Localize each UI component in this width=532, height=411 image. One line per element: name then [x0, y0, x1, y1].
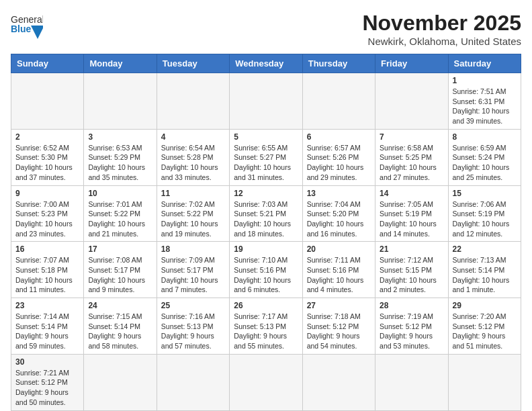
day-info: Sunrise: 7:00 AMSunset: 5:23 PMDaylight:…	[15, 199, 79, 239]
day-info: Sunrise: 7:02 AMSunset: 5:22 PMDaylight:…	[161, 199, 225, 239]
table-row: 4Sunrise: 6:54 AMSunset: 5:28 PMDaylight…	[157, 129, 229, 185]
day-number: 16	[15, 244, 79, 254]
table-row: 16Sunrise: 7:07 AMSunset: 5:18 PMDayligh…	[11, 242, 84, 298]
table-row: 26Sunrise: 7:17 AMSunset: 5:13 PMDayligh…	[230, 298, 302, 355]
day-info: Sunrise: 6:59 AMSunset: 5:24 PMDaylight:…	[453, 143, 517, 183]
day-info: Sunrise: 7:18 AMSunset: 5:12 PMDaylight:…	[307, 312, 371, 351]
day-info: Sunrise: 7:01 AMSunset: 5:22 PMDaylight:…	[88, 199, 152, 239]
day-number: 27	[307, 301, 371, 310]
page-header: General Blue November 2025 Newkirk, Okla…	[11, 11, 521, 47]
day-info: Sunrise: 7:04 AMSunset: 5:20 PMDaylight:…	[307, 199, 371, 239]
table-row	[157, 354, 229, 410]
table-row	[302, 354, 375, 410]
day-info: Sunrise: 6:55 AMSunset: 5:27 PMDaylight:…	[234, 143, 298, 183]
day-number: 10	[88, 189, 152, 198]
day-info: Sunrise: 7:19 AMSunset: 5:12 PMDaylight:…	[380, 312, 443, 351]
table-row: 14Sunrise: 7:05 AMSunset: 5:19 PMDayligh…	[375, 185, 448, 242]
col-wednesday: Wednesday	[230, 54, 302, 73]
day-info: Sunrise: 7:12 AMSunset: 5:15 PMDaylight:…	[380, 255, 443, 295]
table-row	[448, 354, 521, 410]
svg-text:Blue: Blue	[11, 24, 32, 34]
calendar-title: November 2025	[362, 11, 521, 36]
table-row: 6Sunrise: 6:57 AMSunset: 5:26 PMDaylight…	[302, 129, 375, 185]
day-info: Sunrise: 7:51 AMSunset: 6:31 PMDaylight:…	[453, 87, 517, 126]
day-info: Sunrise: 7:06 AMSunset: 5:19 PMDaylight:…	[453, 199, 517, 239]
table-row: 2Sunrise: 6:52 AMSunset: 5:30 PMDaylight…	[11, 129, 84, 185]
table-row: 11Sunrise: 7:02 AMSunset: 5:22 PMDayligh…	[157, 185, 229, 242]
table-row	[230, 73, 302, 130]
day-number: 3	[88, 132, 152, 142]
table-row: 24Sunrise: 7:15 AMSunset: 5:14 PMDayligh…	[84, 298, 157, 355]
day-info: Sunrise: 7:08 AMSunset: 5:17 PMDaylight:…	[88, 255, 152, 295]
table-row: 19Sunrise: 7:10 AMSunset: 5:16 PMDayligh…	[230, 242, 302, 298]
day-info: Sunrise: 7:15 AMSunset: 5:14 PMDaylight:…	[88, 312, 152, 351]
day-number: 13	[307, 189, 371, 198]
day-info: Sunrise: 7:13 AMSunset: 5:14 PMDaylight:…	[453, 255, 517, 295]
table-row: 30Sunrise: 7:21 AMSunset: 5:12 PMDayligh…	[11, 354, 84, 410]
day-number: 14	[380, 189, 443, 198]
table-row: 23Sunrise: 7:14 AMSunset: 5:14 PMDayligh…	[11, 298, 84, 355]
logo-icon: General Blue	[11, 11, 43, 40]
table-row: 25Sunrise: 7:16 AMSunset: 5:13 PMDayligh…	[157, 298, 229, 355]
table-row: 21Sunrise: 7:12 AMSunset: 5:15 PMDayligh…	[375, 242, 448, 298]
table-row	[11, 73, 84, 130]
day-info: Sunrise: 6:57 AMSunset: 5:26 PMDaylight:…	[307, 143, 371, 183]
day-number: 23	[15, 301, 79, 310]
day-info: Sunrise: 7:09 AMSunset: 5:17 PMDaylight:…	[161, 255, 225, 295]
table-row: 20Sunrise: 7:11 AMSunset: 5:16 PMDayligh…	[302, 242, 375, 298]
day-number: 28	[380, 301, 443, 310]
day-number: 25	[161, 301, 225, 310]
table-row: 5Sunrise: 6:55 AMSunset: 5:27 PMDaylight…	[230, 129, 302, 185]
day-info: Sunrise: 7:17 AMSunset: 5:13 PMDaylight:…	[234, 312, 298, 351]
day-info: Sunrise: 7:05 AMSunset: 5:19 PMDaylight:…	[380, 199, 443, 239]
day-number: 17	[88, 244, 152, 254]
day-number: 20	[307, 244, 371, 254]
table-row: 13Sunrise: 7:04 AMSunset: 5:20 PMDayligh…	[302, 185, 375, 242]
calendar-table: Sunday Monday Tuesday Wednesday Thursday…	[11, 54, 521, 411]
day-info: Sunrise: 7:07 AMSunset: 5:18 PMDaylight:…	[15, 255, 79, 295]
day-number: 15	[453, 189, 517, 198]
table-row: 17Sunrise: 7:08 AMSunset: 5:17 PMDayligh…	[84, 242, 157, 298]
day-number: 18	[161, 244, 225, 254]
day-number: 22	[453, 244, 517, 254]
title-block: November 2025 Newkirk, Oklahoma, United …	[362, 11, 521, 47]
day-number: 1	[453, 76, 517, 85]
table-row	[375, 354, 448, 410]
table-row	[302, 73, 375, 130]
day-info: Sunrise: 6:58 AMSunset: 5:25 PMDaylight:…	[380, 143, 443, 183]
table-row	[84, 354, 157, 410]
day-info: Sunrise: 6:54 AMSunset: 5:28 PMDaylight:…	[161, 143, 225, 183]
header-row: Sunday Monday Tuesday Wednesday Thursday…	[11, 54, 521, 73]
col-friday: Friday	[375, 54, 448, 73]
logo: General Blue	[11, 11, 43, 43]
col-thursday: Thursday	[302, 54, 375, 73]
calendar-week-2: 9Sunrise: 7:00 AMSunset: 5:23 PMDaylight…	[11, 185, 521, 242]
table-row: 18Sunrise: 7:09 AMSunset: 5:17 PMDayligh…	[157, 242, 229, 298]
day-info: Sunrise: 7:16 AMSunset: 5:13 PMDaylight:…	[161, 312, 225, 351]
day-info: Sunrise: 7:21 AMSunset: 5:12 PMDaylight:…	[15, 368, 79, 408]
table-row: 7Sunrise: 6:58 AMSunset: 5:25 PMDaylight…	[375, 129, 448, 185]
day-number: 21	[380, 244, 443, 254]
col-saturday: Saturday	[448, 54, 521, 73]
col-tuesday: Tuesday	[157, 54, 229, 73]
day-number: 12	[234, 189, 298, 198]
table-row: 9Sunrise: 7:00 AMSunset: 5:23 PMDaylight…	[11, 185, 84, 242]
day-info: Sunrise: 7:10 AMSunset: 5:16 PMDaylight:…	[234, 255, 298, 295]
calendar-week-3: 16Sunrise: 7:07 AMSunset: 5:18 PMDayligh…	[11, 242, 521, 298]
day-number: 11	[161, 189, 225, 198]
day-number: 6	[307, 132, 371, 142]
day-number: 19	[234, 244, 298, 254]
day-info: Sunrise: 7:11 AMSunset: 5:16 PMDaylight:…	[307, 255, 371, 295]
table-row: 12Sunrise: 7:03 AMSunset: 5:21 PMDayligh…	[230, 185, 302, 242]
day-number: 26	[234, 301, 298, 310]
day-number: 29	[453, 301, 517, 310]
day-number: 7	[380, 132, 443, 142]
day-info: Sunrise: 7:14 AMSunset: 5:14 PMDaylight:…	[15, 312, 79, 351]
day-info: Sunrise: 7:03 AMSunset: 5:21 PMDaylight:…	[234, 199, 298, 239]
table-row: 15Sunrise: 7:06 AMSunset: 5:19 PMDayligh…	[448, 185, 521, 242]
table-row	[84, 73, 157, 130]
calendar-week-1: 2Sunrise: 6:52 AMSunset: 5:30 PMDaylight…	[11, 129, 521, 185]
col-sunday: Sunday	[11, 54, 84, 73]
day-number: 30	[15, 357, 79, 367]
svg-marker-2	[31, 26, 43, 39]
